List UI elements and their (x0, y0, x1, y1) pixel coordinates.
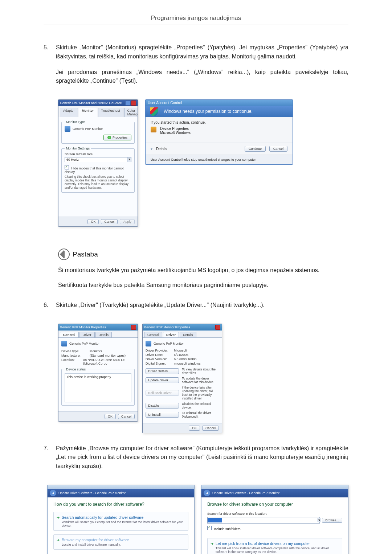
cancel-button[interactable]: Cancel (118, 414, 135, 419)
option-pick-from-list[interactable]: ➔ Let me pick from a list of device driv… (207, 538, 342, 554)
device-properties-driver: Generic PnP Monitor Properties General D… (142, 324, 222, 433)
tab-monitor[interactable]: Monitor (79, 108, 97, 117)
hide-modes-desc: Clearing this check box allows you to se… (65, 175, 131, 189)
arrow-icon: ➔ (57, 538, 60, 542)
cancel-button[interactable]: Cancel (101, 219, 118, 224)
uac-ifyou: If you started this action, continue. (151, 120, 287, 124)
step-text: Skirtuke „Driver" (Tvarkyklė) spragtelėk… (56, 301, 348, 310)
arrow-icon: ➔ (57, 516, 60, 520)
wizard-heading: Browse for driver software on your compu… (207, 502, 342, 507)
browse-button[interactable]: Browse... (322, 518, 342, 523)
option-search-auto[interactable]: ➔ Search automatically for updated drive… (53, 512, 188, 531)
step-text: Pažymėkite „Browse my computer for drive… (56, 444, 348, 471)
apply-button[interactable]: Apply (120, 219, 135, 224)
cancel-button[interactable]: Cancel (202, 426, 219, 431)
location-label: Search for driver software in this locat… (207, 512, 342, 516)
rollback-driver-button[interactable]: Roll Back Driver (146, 390, 179, 396)
breadcrumb: Update Driver Software - Generic PnP Mon… (212, 491, 279, 495)
uac-dialog: User Account Control Windows needs your … (145, 99, 293, 165)
window-title: User Account Control (148, 101, 290, 105)
note-title: Pastaba (73, 250, 98, 258)
shield-icon (150, 107, 158, 116)
include-subfolders-checkbox[interactable] (207, 526, 212, 530)
monitor-name: Generic PnP Monitor (73, 127, 103, 131)
uac-publisher: Microsoft Windows (160, 131, 191, 135)
monitor-properties-dialog: Generic PnP Monitor and NVIDIA GeForce 6… (58, 99, 138, 227)
monitor-type-legend: Monitor Type (65, 120, 86, 124)
uninstall-button[interactable]: Uninstall (146, 412, 179, 418)
continue-button[interactable]: Continue (245, 146, 266, 152)
tab-driver[interactable]: Driver (163, 332, 179, 337)
device-status-legend: Device status (65, 368, 87, 371)
note-text: Sertifikuota tvarkyklė bus pateikta Sams… (58, 281, 348, 290)
tab-details[interactable]: Details (95, 332, 112, 337)
chevron-down-icon[interactable]: ▾ (151, 147, 152, 151)
monitor-settings-legend: Monitor Settings (65, 147, 91, 150)
device-name: Generic PnP Monitor (69, 342, 99, 345)
update-driver-wizard-search: ◄ Update Driver Software - Generic PnP M… (47, 485, 195, 554)
tab-troubleshoot[interactable]: Troubleshoot (98, 108, 123, 117)
tab-details[interactable]: Details (180, 332, 196, 337)
page-title: Programinės įrangos naudojimas (44, 15, 348, 25)
refresh-rate-select[interactable]: 60 Hertz▾ (65, 157, 131, 162)
monitor-icon (146, 341, 151, 346)
refresh-rate-label: Screen refresh rate: (65, 152, 131, 156)
note-text: Ši monitoriaus tvarkyklė yra pažymėta se… (58, 266, 348, 275)
back-button[interactable]: ◄ (50, 490, 56, 496)
arrow-icon: ➔ (211, 542, 213, 546)
uac-message: Windows needs your permission to contion… (164, 109, 253, 114)
device-properties-general: Generic PnP Monitor Properties General D… (58, 324, 138, 422)
hide-modes-checkbox[interactable] (65, 165, 69, 169)
option-browse-computer[interactable]: ➔ Browse my computer for driver software… (53, 534, 188, 550)
step-7: 7. Pažymėkite „Browse my computer for dr… (44, 444, 348, 477)
hide-modes-label: Hide modes that this monitor cannot disp… (65, 167, 124, 174)
wizard-heading: How do you want to search for driver sof… (53, 502, 188, 507)
close-icon[interactable] (215, 325, 220, 330)
device-icon (151, 127, 156, 132)
step-number: 5. (44, 43, 56, 92)
tab-general[interactable]: General (60, 332, 79, 337)
window-title: Generic PnP Monitor Properties (144, 325, 215, 329)
location-select[interactable]: ▾ (207, 517, 320, 524)
window-title: Generic PnP Monitor Properties (60, 325, 131, 329)
device-status-box: This device is working properly. (65, 373, 131, 402)
uac-footer: User Account Control helps stop unauthor… (146, 155, 293, 164)
window-title: Generic PnP Monitor and NVIDIA GeForce 6… (60, 101, 125, 105)
close-icon[interactable] (131, 100, 136, 106)
tab-adapter[interactable]: Adapter (60, 108, 78, 117)
minimize-icon[interactable] (125, 100, 130, 106)
disable-button[interactable]: Disable (146, 403, 179, 409)
shield-icon (107, 136, 111, 139)
monitor-icon (65, 126, 70, 132)
ok-button[interactable]: OK (105, 414, 116, 419)
properties-button[interactable]: Properties (103, 135, 131, 140)
step-number: 6. (44, 301, 56, 316)
close-icon[interactable] (131, 325, 136, 330)
tab-general[interactable]: General (144, 332, 162, 337)
driver-details-button[interactable]: Driver Details (146, 368, 179, 374)
tab-driver[interactable]: Driver (79, 332, 95, 337)
ok-button[interactable]: OK (87, 219, 99, 224)
device-name: Generic PnP Monitor (154, 342, 184, 345)
breadcrumb: Update Driver Software - Generic PnP Mon… (58, 491, 126, 495)
step-text: Skirtuke „Monitor" (Monitorius) spragtel… (56, 43, 348, 61)
note-icon (58, 249, 70, 260)
cancel-button[interactable]: Cancel (269, 146, 287, 152)
step-text: Jei parodomas pranešimas „Windows needs.… (56, 68, 348, 86)
chevron-down-icon: ▾ (317, 518, 321, 522)
details-toggle[interactable]: Details (156, 147, 167, 151)
back-button[interactable]: ◄ (204, 490, 210, 496)
update-driver-wizard-browse: ◄ Update Driver Software - Generic PnP M… (201, 485, 348, 554)
ok-button[interactable]: OK (189, 426, 200, 431)
step-6: 6. Skirtuke „Driver" (Tvarkyklė) spragte… (44, 301, 348, 316)
uac-device-name: Device Properties (160, 127, 191, 131)
step-5: 5. Skirtuke „Monitor" (Monitorius) sprag… (44, 43, 348, 92)
monitor-icon (61, 341, 67, 346)
chevron-down-icon: ▾ (127, 157, 131, 162)
tab-color-management[interactable]: Color Management (124, 108, 138, 117)
include-subfolders-label: Include subfolders (214, 527, 241, 531)
step-number: 7. (44, 444, 56, 477)
update-driver-button[interactable]: Update Driver... (146, 377, 179, 383)
